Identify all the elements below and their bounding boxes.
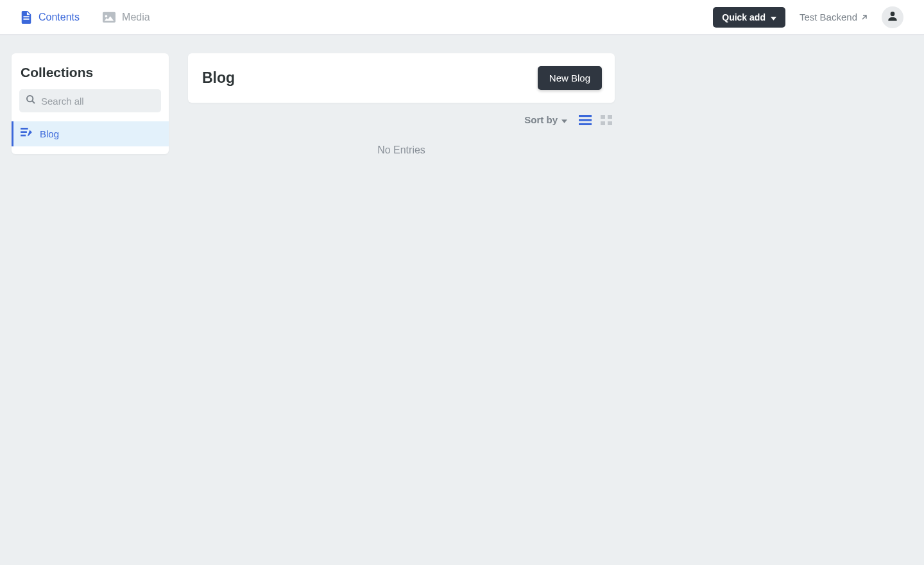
svg-rect-8 xyxy=(579,123,592,125)
svg-rect-7 xyxy=(579,119,592,121)
main: Blog New Blog Sort by No Entries xyxy=(188,53,615,171)
sidebar: Collections Blog xyxy=(12,53,169,154)
list-view-button[interactable] xyxy=(579,115,592,125)
sort-by-label: Sort by xyxy=(524,114,558,125)
search-input[interactable] xyxy=(41,96,155,107)
app-header: Contents Media Quick add Test Backend xyxy=(0,0,924,35)
svg-point-1 xyxy=(27,96,33,101)
caret-down-icon xyxy=(771,12,776,22)
search-wrap xyxy=(19,89,161,112)
collection-header-card: Blog New Blog xyxy=(188,53,615,103)
content-area: Collections Blog Blog New Blog Sort by xyxy=(0,35,924,171)
quick-add-button[interactable]: Quick add xyxy=(713,7,785,28)
nav-right: Quick add Test Backend xyxy=(713,6,903,28)
quick-add-label: Quick add xyxy=(722,12,766,22)
nav-contents[interactable]: Contents xyxy=(21,11,80,24)
nav-left: Contents Media xyxy=(21,11,150,24)
list-toolbar: Sort by xyxy=(188,103,615,129)
page-title: Blog xyxy=(202,69,235,87)
new-blog-button[interactable]: New Blog xyxy=(538,66,602,90)
grid-view-button[interactable] xyxy=(601,115,612,125)
nav-media-label: Media xyxy=(122,12,150,23)
svg-line-2 xyxy=(32,101,35,103)
search-icon xyxy=(26,94,36,107)
svg-rect-5 xyxy=(21,135,26,137)
user-avatar[interactable] xyxy=(882,6,903,28)
svg-rect-6 xyxy=(579,115,592,117)
blog-icon xyxy=(21,128,32,140)
svg-point-0 xyxy=(891,12,895,16)
svg-rect-12 xyxy=(608,121,612,125)
empty-state: No Entries xyxy=(188,129,615,171)
svg-rect-10 xyxy=(608,115,612,119)
external-link-icon xyxy=(861,12,868,22)
sidebar-title: Collections xyxy=(12,53,169,89)
sidebar-item-blog[interactable]: Blog xyxy=(12,121,169,146)
sidebar-item-label: Blog xyxy=(40,128,59,139)
view-toggle xyxy=(579,115,612,125)
image-icon xyxy=(103,12,116,23)
nav-media[interactable]: Media xyxy=(103,11,150,24)
document-icon xyxy=(21,11,32,24)
test-backend-link[interactable]: Test Backend xyxy=(800,12,868,22)
svg-rect-3 xyxy=(21,128,28,130)
nav-contents-label: Contents xyxy=(38,12,80,23)
svg-rect-9 xyxy=(601,115,605,119)
caret-down-icon xyxy=(561,114,567,125)
svg-rect-11 xyxy=(601,121,605,125)
test-backend-label: Test Backend xyxy=(800,12,857,22)
user-icon xyxy=(886,10,899,25)
svg-rect-4 xyxy=(21,131,27,133)
sort-by-dropdown[interactable]: Sort by xyxy=(524,114,567,125)
